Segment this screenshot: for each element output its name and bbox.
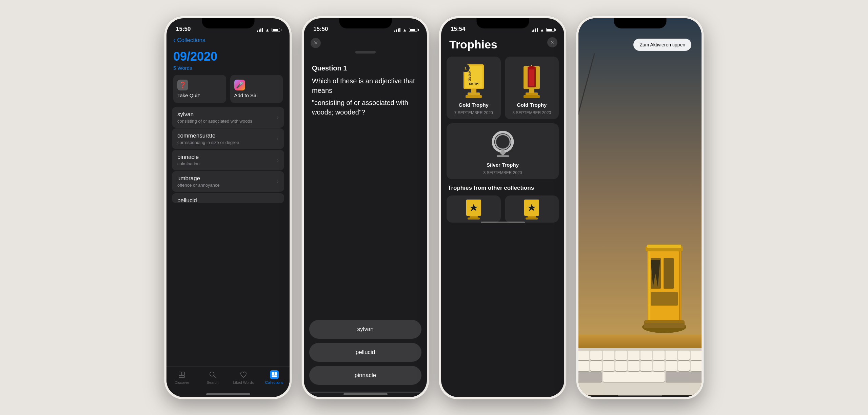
status-time-3: 15:54 bbox=[451, 26, 465, 33]
svg-rect-7 bbox=[272, 375, 277, 377]
tab-collections[interactable]: Collections bbox=[259, 370, 290, 385]
phone-1: 15:50 ▲ Collections 09/2020 5 Words ❓ Ta… bbox=[164, 16, 292, 399]
word-row-commensurate[interactable]: commensurate corresponding in size or de… bbox=[172, 128, 284, 149]
take-quiz-button[interactable]: ❓ Take Quiz bbox=[173, 75, 226, 103]
tab-bar-1: Discover Search bbox=[166, 367, 290, 394]
liked-tab-label: Liked Words bbox=[233, 380, 254, 385]
status-icons-1: ▲ bbox=[257, 27, 280, 33]
chevron-icon-sylvan: › bbox=[277, 114, 279, 121]
quiz-close-area: ✕ bbox=[304, 35, 427, 51]
tab-discover[interactable]: Discover bbox=[166, 370, 197, 385]
trophy-card-silver[interactable]: Silver Trophy 3 SEPTEMBER 2020 bbox=[447, 123, 559, 179]
progress-bar bbox=[309, 392, 421, 393]
search-icon bbox=[208, 370, 217, 379]
word-def-umbrage: offence or annoyance bbox=[177, 183, 220, 188]
other-trophies-row bbox=[441, 195, 564, 223]
ar-tooltip[interactable]: Zum Aktivieren tippen bbox=[633, 39, 691, 51]
word-def-pinnacle: culmination bbox=[177, 161, 200, 166]
svg-rect-5 bbox=[272, 372, 274, 375]
svg-rect-2 bbox=[179, 375, 185, 377]
collection-title: 09/2020 bbox=[166, 47, 290, 64]
svg-rect-1 bbox=[182, 372, 184, 375]
svg-rect-6 bbox=[274, 372, 277, 375]
siri-icon: 🎤 bbox=[234, 80, 245, 90]
status-time-1: 15:50 bbox=[176, 26, 191, 33]
back-nav-1[interactable]: Collections bbox=[166, 35, 290, 47]
svg-rect-10 bbox=[471, 88, 476, 93]
status-icons-3: ▲ bbox=[532, 27, 555, 33]
ar-trophy-3d bbox=[637, 233, 691, 334]
add-siri-label: Add to Siri bbox=[234, 92, 258, 98]
quiz-icon: ❓ bbox=[177, 80, 188, 90]
quiz-close-button[interactable]: ✕ bbox=[311, 38, 321, 48]
other-trophies-title: Trophies from other collections bbox=[441, 179, 564, 195]
trophies-close-button[interactable]: ✕ bbox=[547, 37, 557, 47]
word-count: 5 Words bbox=[166, 64, 290, 75]
gold-trophy-img-2 bbox=[516, 62, 547, 99]
phone-4: Zum Aktivieren tippen bbox=[576, 16, 704, 399]
word-row-sylvan[interactable]: sylvan consisting of or associated with … bbox=[172, 107, 284, 128]
ar-screen: Zum Aktivieren tippen bbox=[578, 18, 702, 395]
chevron-icon-pinnacle: › bbox=[277, 157, 279, 164]
other-trophy-2[interactable] bbox=[505, 195, 559, 223]
word-row-umbrage[interactable]: umbrage offence or annoyance › bbox=[172, 171, 284, 192]
svg-rect-0 bbox=[179, 372, 181, 375]
word-row-partial[interactable]: pellucid bbox=[172, 193, 284, 203]
word-row-pinnacle[interactable]: pinnacle culmination › bbox=[172, 150, 284, 170]
trophy-card-gold-1[interactable]: WORD SMITH 1 Gold Trophy 7 SEPTEMBER 202… bbox=[447, 57, 501, 119]
gold-trophy-name-1: Gold Trophy bbox=[459, 102, 489, 108]
discover-tab-label: Discover bbox=[175, 380, 189, 385]
other-trophy-1[interactable] bbox=[447, 195, 501, 223]
silver-trophy-date: 3 SEPTEMBER 2020 bbox=[483, 170, 522, 175]
ar-background: Zum Aktivieren tippen bbox=[578, 18, 702, 395]
question-label: Question 1 bbox=[312, 64, 419, 72]
battery-icon-2 bbox=[409, 28, 417, 32]
status-time-2: 15:50 bbox=[313, 26, 328, 33]
answer-sylvan[interactable]: sylvan bbox=[309, 320, 421, 339]
gold-trophy-date-2: 3 SEPTEMBER 2020 bbox=[512, 110, 551, 115]
answer-pellucid[interactable]: pellucid bbox=[309, 343, 421, 362]
home-indicator-1 bbox=[166, 394, 290, 397]
answer-pinnacle[interactable]: pinnacle bbox=[309, 366, 421, 385]
word-name-partial: pellucid bbox=[177, 197, 197, 203]
search-tab-label: Search bbox=[207, 380, 219, 385]
word-def-sylvan: consisting of or associated with woods bbox=[177, 119, 252, 124]
svg-text:1: 1 bbox=[465, 66, 467, 70]
silver-trophy-img bbox=[488, 129, 518, 159]
quiz-content: Question 1 Which of these is an adjectiv… bbox=[304, 56, 427, 192]
svg-marker-27 bbox=[497, 137, 508, 147]
wifi-icon-3: ▲ bbox=[540, 27, 544, 33]
keyboard-bg bbox=[578, 348, 702, 395]
back-button-1[interactable]: Collections bbox=[173, 37, 283, 44]
svg-text:WORD: WORD bbox=[468, 71, 471, 82]
add-to-siri-button[interactable]: 🎤 Add to Siri bbox=[230, 75, 283, 103]
cable-decoration bbox=[578, 53, 595, 119]
svg-rect-9 bbox=[466, 95, 482, 98]
camera-pill bbox=[355, 51, 376, 54]
collections-icon bbox=[270, 370, 279, 379]
svg-rect-33 bbox=[468, 217, 480, 220]
notch-3 bbox=[476, 18, 529, 28]
svg-point-24 bbox=[528, 66, 536, 69]
answer-list: sylvan pellucid pinnacle bbox=[304, 320, 427, 392]
trophy-card-gold-2[interactable]: Gold Trophy 3 SEPTEMBER 2020 bbox=[505, 57, 559, 119]
tab-liked[interactable]: Liked Words bbox=[228, 370, 259, 385]
svg-text:SMITH: SMITH bbox=[469, 82, 478, 85]
svg-rect-22 bbox=[529, 69, 534, 86]
word-def-commensurate: corresponding in size or degree bbox=[177, 140, 239, 145]
gold-trophy-img-1: WORD SMITH 1 bbox=[458, 62, 489, 99]
trophies-grid: WORD SMITH 1 Gold Trophy 7 SEPTEMBER 202… bbox=[441, 57, 564, 179]
signal-icon-3 bbox=[532, 28, 538, 32]
word-list: sylvan consisting of or associated with … bbox=[166, 107, 290, 367]
svg-line-4 bbox=[214, 375, 216, 377]
battery-icon-1 bbox=[272, 28, 280, 32]
trophies-title: Trophies bbox=[449, 38, 556, 51]
wifi-icon-1: ▲ bbox=[265, 27, 270, 33]
take-quiz-label: Take Quiz bbox=[177, 92, 200, 98]
tab-search[interactable]: Search bbox=[197, 370, 228, 385]
trophies-title-area: Trophies bbox=[441, 35, 564, 57]
svg-rect-37 bbox=[526, 217, 538, 220]
home-indicator-2 bbox=[304, 394, 427, 397]
svg-rect-29 bbox=[497, 155, 509, 157]
svg-rect-43 bbox=[651, 258, 661, 289]
